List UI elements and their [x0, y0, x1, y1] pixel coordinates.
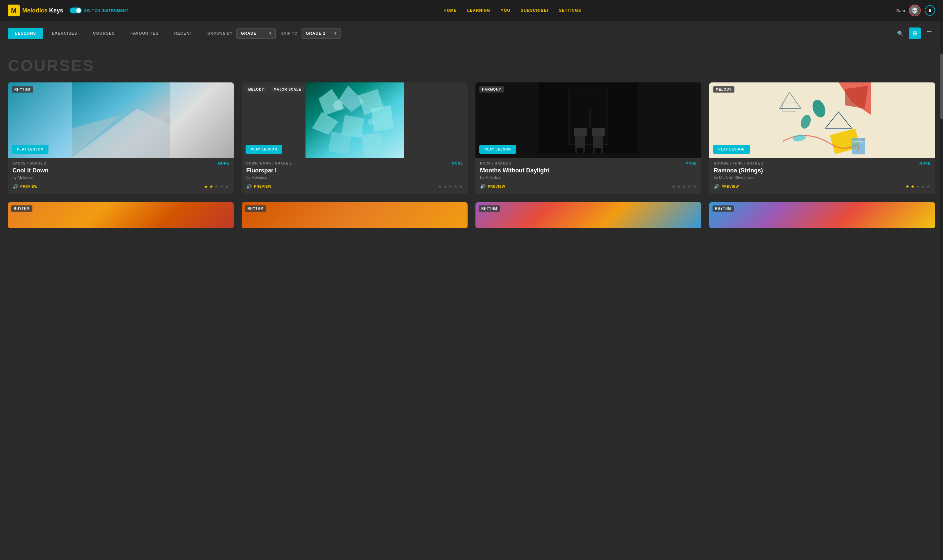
preview-btn-3[interactable]: 🔊 PREVIEW — [480, 184, 505, 189]
grid-view-button[interactable]: ⊞ — [909, 28, 921, 39]
nav-home[interactable]: HOME — [444, 8, 457, 13]
bottom-card-1[interactable]: RHYTHM — [8, 202, 234, 228]
melodics-text: Melodics — [22, 7, 48, 14]
star-1-1: ★ — [204, 184, 208, 189]
tag-melody-4: MELODY — [713, 86, 735, 92]
speaker-icon-1: 🔊 — [12, 184, 19, 189]
card-fluorspar[interactable]: MELODY MAJOR SCALE PLAY LESSON DOWNTEMPO… — [242, 82, 468, 194]
tag-melody-2: MELODY — [245, 86, 267, 92]
svg-marker-10 — [329, 131, 351, 154]
svg-text:♪: ♪ — [857, 145, 860, 152]
tag-harmony-3: HARMONY — [479, 86, 504, 92]
cards-grid: RHYTHM PLAY LESSON DANCE / GRADE 2 MORE … — [8, 82, 935, 194]
bottom-card-4[interactable]: RHYTHM — [709, 202, 935, 228]
tab-exercises[interactable]: EXERCISES — [45, 28, 85, 39]
notification-badge[interactable]: 6 — [924, 5, 935, 16]
tag-rhythm-1: RHYTHM — [12, 86, 33, 92]
grade-dropdown[interactable]: GRADE ▾ — [236, 28, 276, 38]
svg-marker-31 — [845, 86, 868, 109]
svg-point-12 — [333, 100, 343, 110]
bottom-card-3[interactable]: RHYTHM — [475, 202, 701, 228]
skip-to-label: SKIP TO — [281, 31, 298, 35]
speaker-icon-3: 🔊 — [480, 184, 486, 189]
svg-rect-18 — [575, 135, 585, 148]
chevron-down-icon-2: ▾ — [334, 31, 336, 35]
stars-4: ★ ★ ★ ★ ★ — [905, 184, 931, 189]
bottom-card-image-4: RHYTHM — [709, 202, 935, 228]
skip-area: SKIP TO GRADE 2 ▾ — [281, 28, 341, 38]
tab-favourites[interactable]: FAVOURITES — [123, 28, 166, 39]
nav-settings[interactable]: SETTINGS — [559, 8, 581, 13]
logo-box: M — [8, 5, 20, 16]
card-info-3: ROCK / GRADE 2 MORE Months Without Dayli… — [475, 158, 701, 194]
instrument-toggle[interactable] — [70, 8, 82, 14]
card-author-4: by Mark de Clive-Lowe — [714, 175, 931, 180]
bottom-tag-3: RHYTHM — [479, 205, 500, 212]
tag-major-scale-2: MAJOR SCALE — [271, 86, 304, 92]
card-genre-1: DANCE / GRADE 2 — [12, 162, 46, 165]
speaker-icon-2: 🔊 — [246, 184, 252, 189]
card-footer-1: 🔊 PREVIEW ★ ★ ★ ★ ★ — [12, 184, 229, 189]
stars-1: ★ ★ ★ ★ ★ — [204, 184, 229, 189]
card-genre-3: ROCK / GRADE 2 — [480, 162, 511, 165]
play-lesson-btn-1[interactable]: PLAY LESSON — [12, 145, 48, 154]
list-icon: ☰ — [927, 30, 932, 37]
card-more-4[interactable]: MORE — [920, 162, 931, 165]
avatar[interactable]: 💀 — [909, 5, 921, 16]
star-3-4: ★ — [687, 184, 691, 189]
bottom-tag-4: RHYTHM — [713, 205, 734, 212]
star-1-5: ★ — [225, 184, 229, 189]
scrollbar[interactable] — [940, 21, 943, 560]
card-more-3[interactable]: MORE — [686, 162, 697, 165]
star-4-4: ★ — [921, 184, 925, 189]
tab-recent[interactable]: RECENT — [167, 28, 199, 39]
svg-rect-24 — [593, 148, 595, 153]
preview-btn-2[interactable]: 🔊 PREVIEW — [246, 184, 272, 189]
star-2-2: ★ — [443, 184, 447, 189]
preview-btn-1[interactable]: 🔊 PREVIEW — [12, 184, 38, 189]
card-info-4: BOOGIE / FUNK / GRADE 2 MORE Ramona (Str… — [709, 158, 935, 194]
svg-point-13 — [368, 118, 374, 125]
card-genre-2: DOWNTEMPO / GRADE 2 — [246, 162, 292, 165]
right-controls: 🔍 ⊞ ☰ — [895, 28, 935, 39]
card-image-cool-it-down: RHYTHM PLAY LESSON — [8, 82, 234, 158]
tab-courses[interactable]: COURSES — [86, 28, 122, 39]
grade2-dropdown[interactable]: GRADE 2 ▾ — [302, 28, 341, 38]
card-meta-2: DOWNTEMPO / GRADE 2 MORE — [246, 162, 463, 165]
nav-you[interactable]: YOU — [501, 8, 510, 13]
star-3-2: ★ — [677, 184, 681, 189]
star-2-4: ★ — [454, 184, 458, 189]
search-button[interactable]: 🔍 — [895, 28, 906, 39]
card-ramona[interactable]: ♪ MELODY PLAY LESSON BOOGIE / FUNK / GRA… — [709, 82, 935, 194]
card-more-2[interactable]: MORE — [452, 162, 463, 165]
play-lesson-btn-2[interactable]: PLAY LESSON — [245, 145, 282, 154]
card-info-2: DOWNTEMPO / GRADE 2 MORE Fluorspar I by … — [242, 158, 468, 194]
tab-lessons[interactable]: LESSONS — [8, 28, 43, 39]
speaker-icon-4: 🔊 — [714, 184, 720, 189]
bottom-tag-2: RHYTHM — [245, 205, 266, 212]
svg-rect-23 — [592, 128, 605, 136]
star-4-1: ★ — [905, 184, 910, 189]
scrollbar-thumb[interactable] — [940, 54, 943, 119]
browse-by-label: BROWSE BY — [208, 31, 233, 35]
list-view-button[interactable]: ☰ — [923, 28, 935, 39]
card-meta-4: BOOGIE / FUNK / GRADE 2 MORE — [714, 162, 931, 165]
nav-subscribe[interactable]: SUBSCRIBE! — [521, 8, 548, 13]
play-lesson-btn-3[interactable]: PLAY LESSON — [479, 145, 516, 154]
nav-learning[interactable]: LEARNING — [467, 8, 491, 13]
card-more-1[interactable]: MORE — [218, 162, 229, 165]
bottom-card-image-1: RHYTHM — [8, 202, 234, 228]
svg-marker-11 — [361, 133, 384, 156]
card-cool-it-down[interactable]: RHYTHM PLAY LESSON DANCE / GRADE 2 MORE … — [8, 82, 234, 194]
star-1-3: ★ — [215, 184, 219, 189]
card-months-without-daylight[interactable]: HARMONY PLAY LESSON ROCK / GRADE 2 MORE … — [475, 82, 701, 194]
switch-instrument-area[interactable]: SWITCH INSTRUMENT — [70, 8, 129, 14]
grid-icon: ⊞ — [912, 30, 917, 37]
preview-btn-4[interactable]: 🔊 PREVIEW — [714, 184, 739, 189]
play-lesson-btn-4[interactable]: PLAY LESSON — [713, 145, 750, 154]
browse-area: BROWSE BY GRADE ▾ — [208, 28, 276, 38]
star-3-3: ★ — [682, 184, 686, 189]
bottom-card-2[interactable]: RHYTHM — [242, 202, 468, 228]
star-4-5: ★ — [926, 184, 931, 189]
switch-label: SWITCH INSTRUMENT — [84, 9, 129, 12]
